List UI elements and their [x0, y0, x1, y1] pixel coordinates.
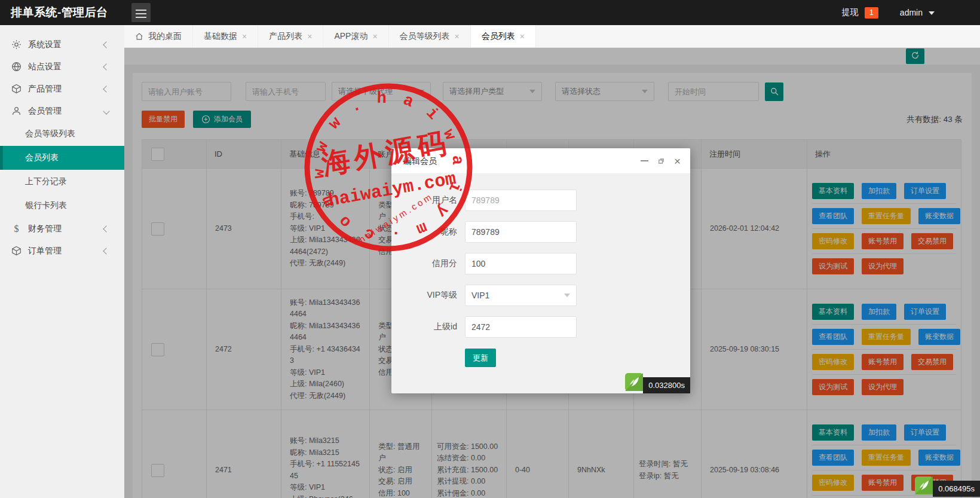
tab-基础数据[interactable]: 基础数据×: [193, 25, 258, 47]
sidebar-nav: 系统设置站点设置产品管理会员管理会员等级列表会员列表上下分记录银行卡列表$财务管…: [0, 25, 124, 498]
tab-label: APP滚动: [334, 31, 368, 42]
top-header: 排单系统-管理后台 提现 1 admin: [0, 0, 980, 25]
tab-close-icon[interactable]: ×: [520, 32, 525, 41]
tab-label: 基础数据: [204, 31, 237, 42]
field-input-昵称[interactable]: 789789: [465, 221, 577, 243]
tab-会员等级列表[interactable]: 会员等级列表×: [389, 25, 471, 47]
sidebar-item-产品管理[interactable]: 产品管理: [0, 78, 124, 100]
field-value: 789789: [471, 227, 500, 237]
tab-close-icon[interactable]: ×: [372, 32, 377, 41]
cube-icon: [11, 246, 22, 256]
form-row-用户名: 用户名789789: [391, 190, 690, 211]
sidebar-subitem-label: 会员列表: [25, 152, 59, 163]
site-icon: [11, 62, 22, 72]
tab-我的桌面[interactable]: 我的桌面: [124, 25, 193, 47]
app-title: 排单系统-管理后台: [11, 0, 108, 25]
dialog-header[interactable]: 编辑会员 ×: [391, 148, 690, 174]
tab-label: 我的桌面: [148, 31, 182, 42]
tab-close-icon[interactable]: ×: [307, 32, 312, 41]
field-input-上级id[interactable]: 2472: [465, 316, 577, 338]
chevron-left-icon: [103, 85, 109, 92]
sidebar-item-label: 财务管理: [28, 224, 62, 234]
field-value: VIP1: [471, 291, 489, 300]
dialog-body: 用户名789789昵称789789信用分100VIP等级VIP1上级id2472…: [391, 174, 690, 367]
dialog-render-time: 0.032800s: [625, 373, 690, 393]
sidebar-subitem-银行卡列表[interactable]: 银行卡列表: [0, 194, 124, 218]
form-row-昵称: 昵称789789: [391, 221, 690, 243]
chevron-left-icon: [103, 248, 109, 254]
sidebar-item-站点设置[interactable]: 站点设置: [0, 56, 124, 78]
main-area: 我的桌面基础数据×产品列表×APP滚动×会员等级列表×会员列表× 请选择下级代理…: [124, 25, 980, 498]
form-row-上级id: 上级id2472: [391, 316, 690, 338]
cube-icon: [11, 84, 22, 94]
field-label: VIP等级: [391, 290, 457, 301]
field-label: 信用分: [391, 258, 457, 269]
leaf-icon: [915, 476, 933, 497]
field-select-VIP等级[interactable]: VIP1: [465, 285, 577, 306]
sidebar-item-label: 订单管理: [28, 246, 62, 256]
field-input-信用分[interactable]: 100: [465, 253, 577, 274]
tab-close-icon[interactable]: ×: [455, 32, 460, 41]
tab-会员列表[interactable]: 会员列表×: [471, 25, 536, 47]
update-button[interactable]: 更新: [465, 349, 496, 367]
withdraw-count-badge: 1: [865, 7, 878, 19]
page-render-time: 0.068495s: [915, 476, 980, 497]
home-icon: [135, 32, 143, 41]
sidebar-subitem-上下分记录[interactable]: 上下分记录: [0, 170, 124, 194]
sidebar-item-label: 产品管理: [28, 84, 62, 94]
field-label: 上级id: [391, 322, 457, 332]
dollar-icon: $: [11, 224, 22, 234]
form-row-VIP等级: VIP等级VIP1: [391, 285, 690, 306]
sidebar-subitem-label: 银行卡列表: [25, 200, 67, 211]
field-value: 2472: [471, 322, 490, 332]
tab-label: 会员列表: [482, 31, 515, 42]
field-value: 789789: [471, 195, 500, 205]
sidebar-item-财务管理[interactable]: $财务管理: [0, 218, 124, 240]
dialog-title: 编辑会员: [403, 148, 437, 173]
minimize-icon[interactable]: [641, 160, 648, 161]
leaf-icon: [625, 373, 643, 393]
sidebar-item-label: 站点设置: [28, 62, 62, 72]
sidebar-subitem-label: 上下分记录: [25, 176, 67, 187]
tab-close-icon[interactable]: ×: [242, 32, 247, 41]
tab-bar: 我的桌面基础数据×产品列表×APP滚动×会员等级列表×会员列表×: [124, 25, 980, 48]
sidebar-subitem-会员等级列表[interactable]: 会员等级列表: [0, 122, 124, 146]
chevron-left-icon: [103, 225, 109, 232]
edit-member-dialog: 编辑会员 × 用户名789789昵称789789信用分100VIP等级VIP1上…: [391, 148, 690, 393]
sidebar-subitem-label: 会员等级列表: [25, 129, 75, 139]
tab-APP滚动[interactable]: APP滚动×: [323, 25, 388, 47]
collapse-menu-button[interactable]: [131, 3, 151, 22]
chevron-down-icon: [103, 108, 109, 114]
form-row-信用分: 信用分100: [391, 253, 690, 274]
tab-label: 会员等级列表: [400, 31, 450, 42]
sidebar-item-订单管理[interactable]: 订单管理: [0, 240, 124, 262]
user-menu-caret-icon: [929, 11, 935, 15]
field-label: 用户名: [391, 195, 457, 206]
sidebar-item-会员管理[interactable]: 会员管理: [0, 100, 124, 122]
sidebar-subitem-会员列表[interactable]: 会员列表: [0, 146, 124, 170]
content-area: 请选择下级代理请选择用户类型请选择状态 批量禁用 添加会员 共有数据: 43 条…: [124, 48, 980, 498]
field-label: 昵称: [391, 227, 457, 237]
user-icon: [11, 106, 22, 116]
close-icon[interactable]: ×: [674, 155, 681, 167]
sidebar-item-系统设置[interactable]: 系统设置: [0, 33, 124, 56]
tab-label: 产品列表: [269, 31, 302, 42]
user-menu[interactable]: admin: [900, 8, 923, 17]
gear-icon: [11, 39, 22, 50]
tab-产品列表[interactable]: 产品列表×: [258, 25, 323, 47]
chevron-down-icon: [564, 294, 570, 297]
field-input-用户名[interactable]: 789789: [465, 190, 577, 211]
chevron-left-icon: [103, 41, 109, 48]
maximize-icon[interactable]: [657, 157, 665, 165]
sidebar-item-label: 系统设置: [28, 39, 62, 50]
withdraw-link[interactable]: 提现: [842, 7, 859, 18]
sidebar-item-label: 会员管理: [28, 106, 62, 117]
chevron-left-icon: [103, 63, 109, 70]
field-value: 100: [471, 259, 485, 268]
